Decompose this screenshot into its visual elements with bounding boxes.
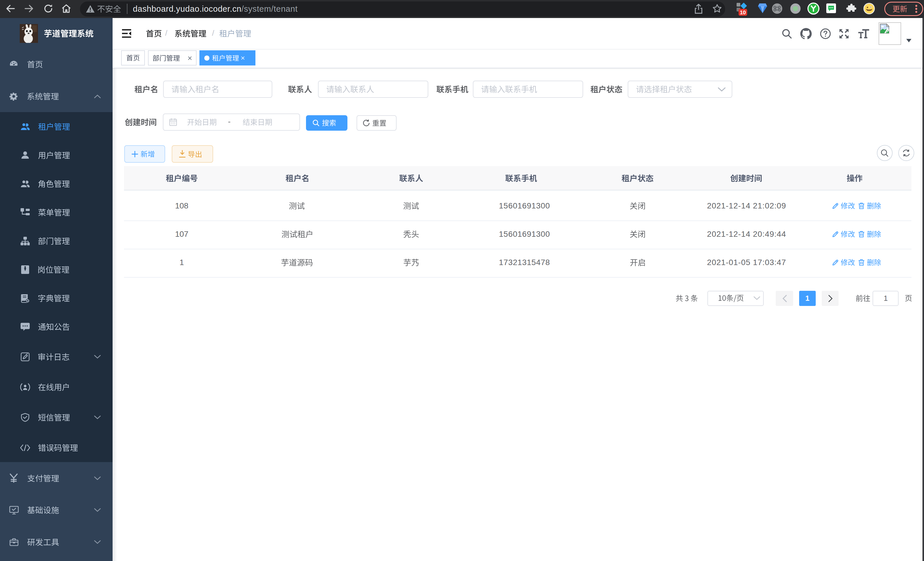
svg-text:10: 10 [740,9,746,15]
